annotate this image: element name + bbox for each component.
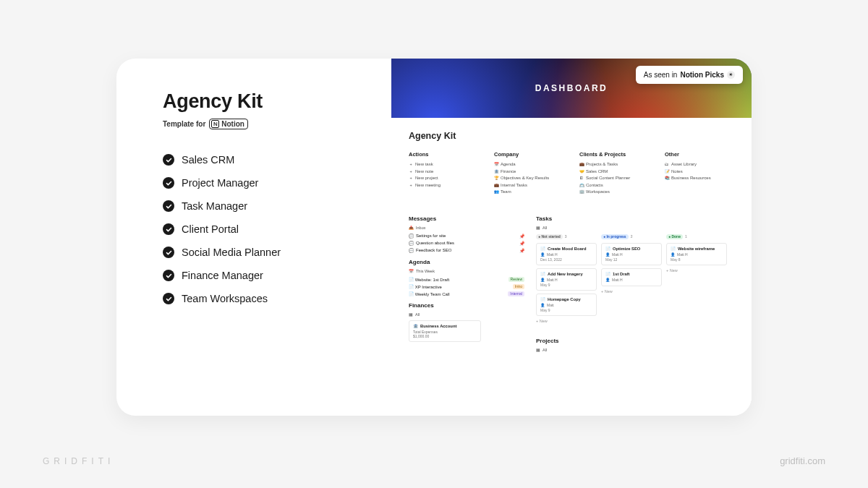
left-panel: Agency Kit Template for N Notion Sales C…: [116, 59, 391, 416]
feature-item: Sales CRM: [163, 154, 371, 166]
person-icon: 👤: [540, 252, 545, 257]
action-new-note[interactable]: +New note: [409, 169, 478, 174]
kanban-col-not-started: ● Not started3 📄Create Mood Board👤Matt H…: [536, 234, 597, 323]
link-social-planner[interactable]: 🗓Social Content Planner: [579, 176, 649, 180]
calendar-icon: 📅: [409, 269, 414, 273]
link-asset-library[interactable]: 🗂Asset Library: [665, 162, 734, 166]
tasks-title: Tasks: [536, 215, 734, 222]
books-icon: 📚: [665, 176, 669, 180]
finances-view[interactable]: ▦All: [409, 312, 524, 317]
agenda-view[interactable]: 📅This Week: [409, 269, 524, 273]
col-clients: Clients & Projects 💼Projects & Tasks 🤝Sa…: [579, 151, 649, 197]
check-icon: [163, 247, 174, 258]
task-card[interactable]: 📄Optimize SEO👤Matt HMay 12: [601, 243, 662, 265]
tasks-view[interactable]: ▦All: [536, 226, 734, 230]
kanban-new[interactable]: + New: [666, 268, 727, 273]
task-card[interactable]: 📄Website wireframe👤Matt HMay 8: [666, 243, 727, 265]
col-title: Clients & Projects: [579, 151, 649, 158]
feature-label: Sales CRM: [182, 154, 234, 166]
feature-label: Social Media Planner: [182, 247, 281, 258]
task-card[interactable]: 📄Create Mood Board👤Matt HDec 13, 2022: [536, 243, 597, 265]
note-icon: 📝: [665, 169, 669, 174]
col-actions: Actions +New task +New note +New project…: [409, 151, 478, 197]
agenda-item[interactable]: 📄 Website: 1st DraftReview: [409, 277, 524, 282]
check-icon: [163, 293, 174, 304]
feature-label: Team Workspaces: [182, 293, 268, 304]
chat-icon: 💬: [409, 248, 414, 253]
feature-item: Team Workspaces: [163, 293, 371, 304]
badge-prefix: As seen in: [644, 71, 678, 79]
agenda-item[interactable]: 📄 XP InteractiveIntro: [409, 284, 524, 289]
person-icon: 👤: [605, 252, 610, 257]
doc-icon: 📄: [409, 292, 414, 296]
kanban-col-header[interactable]: ● Not started3: [536, 234, 597, 240]
projects-view[interactable]: ▦All: [536, 348, 734, 352]
platform-name: Notion: [221, 120, 244, 128]
kanban-board: ● Not started3 📄Create Mood Board👤Matt H…: [536, 234, 734, 323]
grid-icon: ▦: [536, 226, 540, 230]
feature-item: Finance Manager: [163, 270, 371, 281]
doc-icon: 📄: [540, 272, 545, 276]
tag: Review: [509, 277, 524, 282]
message-item[interactable]: 💬Feedback for SEO📌: [409, 248, 524, 253]
calendar-icon: 📅: [494, 162, 498, 166]
check-icon: [163, 223, 174, 235]
plus-icon: +: [409, 183, 413, 187]
doc-icon: 📄: [409, 285, 414, 289]
action-new-project[interactable]: +New project: [409, 176, 478, 180]
person-icon: 👤: [540, 303, 545, 307]
message-item[interactable]: 💬Question about files📌: [409, 241, 524, 246]
link-notes[interactable]: 📝Notes: [665, 169, 734, 174]
action-new-task[interactable]: +New task: [409, 162, 478, 166]
bank-icon: 🏦: [413, 324, 418, 328]
pin-icon: 📌: [519, 234, 524, 239]
action-new-meeting[interactable]: +New meeting: [409, 183, 478, 187]
link-agenda[interactable]: 📅Agenda: [494, 162, 563, 166]
chat-icon: 💬: [409, 234, 414, 239]
trophy-icon: 🏆: [494, 176, 498, 180]
quick-links: Actions +New task +New note +New project…: [409, 151, 734, 197]
feature-list: Sales CRM Project Manager Task Manager C…: [163, 154, 371, 304]
link-contacts[interactable]: 📇Contacts: [579, 183, 649, 187]
link-finance[interactable]: 🏦Finance: [494, 169, 563, 174]
kanban-col-in-progress: ● In progress2 📄Optimize SEO👤Matt HMay 1…: [601, 234, 662, 323]
link-okr[interactable]: 🏆Objectives & Key Results: [494, 176, 563, 180]
grid-icon: ▦: [536, 348, 540, 352]
message-item[interactable]: 💬Settings for site📌: [409, 234, 524, 239]
feature-item: Task Manager: [163, 200, 371, 212]
feature-label: Project Manager: [182, 177, 258, 189]
folder-icon: 🗂: [665, 162, 669, 166]
grid-icon: ▦: [409, 312, 413, 317]
kanban-col-header[interactable]: ● In progress2: [601, 234, 662, 240]
link-internal-tasks[interactable]: 💼Internal Tasks: [494, 183, 563, 187]
tag: Intro: [513, 284, 524, 289]
check-icon: [163, 154, 174, 166]
col-title: Actions: [409, 151, 478, 158]
kanban-new[interactable]: + New: [601, 289, 662, 294]
plus-icon: +: [409, 162, 413, 166]
brand-left: GRIDFITI: [43, 456, 114, 466]
kanban-new[interactable]: + New: [536, 319, 597, 323]
person-icon: 👤: [540, 278, 545, 282]
link-workspaces[interactable]: 🏢Workspaces: [579, 189, 649, 194]
chat-icon: 💬: [409, 241, 414, 246]
messages-view[interactable]: 📥Inbox: [409, 226, 524, 230]
finance-card[interactable]: 🏦Business Account Total Expenses $1,000.…: [409, 320, 481, 342]
link-projects-tasks[interactable]: 💼Projects & Tasks: [579, 162, 649, 166]
person-icon: 👤: [605, 278, 610, 282]
calendar-icon: 🗓: [579, 176, 584, 180]
kanban-col-header[interactable]: ● Done1: [666, 234, 727, 240]
task-card[interactable]: 📄Homepage Copy👤MattMay 9: [536, 294, 597, 316]
link-resources[interactable]: 📚Business Resources: [665, 176, 734, 180]
link-team[interactable]: 👥Team: [494, 189, 563, 194]
task-card[interactable]: 📄1st Draft👤Matt H: [601, 268, 662, 286]
link-sales-crm[interactable]: 🤝Sales CRM: [579, 169, 649, 174]
doc-icon: 📄: [671, 247, 676, 251]
product-title: Agency Kit: [163, 90, 371, 113]
task-card[interactable]: 📄Add New Imagery👤Matt HMay 9: [536, 268, 597, 291]
agenda-title: Agenda: [409, 259, 524, 265]
agenda-item[interactable]: 📄 Weekly Team CallInternal: [409, 291, 524, 296]
plus-icon: +: [409, 176, 413, 180]
doc-icon: 📄: [605, 247, 610, 251]
projects-title: Projects: [536, 338, 734, 344]
